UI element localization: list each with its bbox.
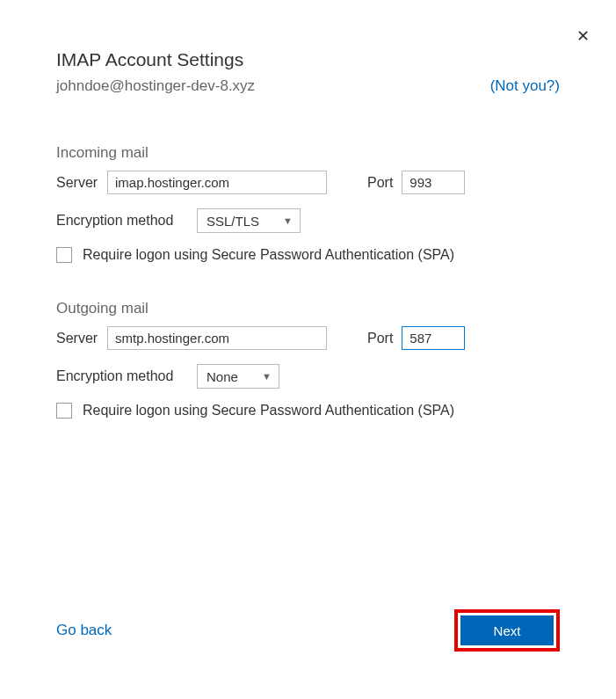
page-title: IMAP Account Settings [56, 49, 560, 70]
incoming-port-label: Port [367, 175, 393, 191]
outgoing-enc-dropdown[interactable]: None ▼ [197, 364, 279, 389]
account-email: johndoe@hostinger-dev-8.xyz [56, 77, 255, 95]
not-you-link[interactable]: (Not you?) [490, 77, 560, 95]
outgoing-spa-checkbox[interactable] [56, 403, 72, 419]
incoming-server-input[interactable] [107, 171, 327, 194]
outgoing-enc-label: Encryption method [56, 368, 188, 384]
outgoing-port-label: Port [367, 331, 393, 346]
incoming-section-title: Incoming mail [56, 144, 560, 162]
dialog-content: IMAP Account Settings johndoe@hostinger-… [0, 0, 616, 419]
outgoing-spa-label: Require logon using Secure Password Auth… [83, 403, 454, 419]
incoming-enc-label: Encryption method [56, 213, 188, 229]
outgoing-server-input[interactable] [107, 326, 327, 350]
next-highlight: Next [454, 609, 560, 652]
footer: Go back Next [56, 609, 560, 652]
incoming-server-row: Server Port [56, 171, 560, 194]
incoming-enc-value: SSL/TLS [207, 214, 259, 229]
outgoing-section-title: Outgoing mail [56, 300, 560, 317]
incoming-server-label: Server [56, 175, 98, 191]
email-row: johndoe@hostinger-dev-8.xyz (Not you?) [56, 77, 560, 95]
next-button[interactable]: Next [460, 615, 554, 645]
outgoing-enc-value: None [207, 369, 238, 384]
chevron-down-icon: ▼ [283, 215, 293, 226]
incoming-enc-dropdown[interactable]: SSL/TLS ▼ [197, 208, 301, 233]
go-back-link[interactable]: Go back [56, 622, 112, 639]
outgoing-server-row: Server Port [56, 326, 560, 350]
incoming-spa-label: Require logon using Secure Password Auth… [83, 247, 454, 263]
incoming-spa-row: Require logon using Secure Password Auth… [56, 247, 560, 263]
outgoing-port-input[interactable] [402, 326, 465, 350]
incoming-spa-checkbox[interactable] [56, 247, 72, 263]
chevron-down-icon: ▼ [262, 371, 272, 382]
outgoing-server-label: Server [56, 331, 98, 346]
incoming-port-input[interactable] [402, 171, 465, 194]
outgoing-enc-row: Encryption method None ▼ [56, 364, 560, 389]
close-icon[interactable]: ✕ [576, 26, 590, 46]
incoming-enc-row: Encryption method SSL/TLS ▼ [56, 208, 560, 233]
outgoing-spa-row: Require logon using Secure Password Auth… [56, 403, 560, 419]
